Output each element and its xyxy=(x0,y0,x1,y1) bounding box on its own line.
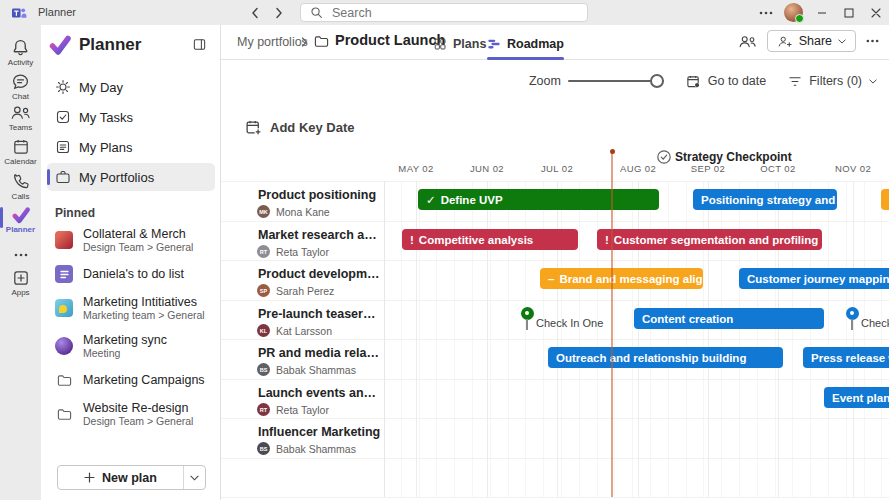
task-bar[interactable]: Event planning xyxy=(824,387,889,408)
tab-plans-label: Plans xyxy=(453,37,486,51)
initiative-icon xyxy=(55,299,73,317)
task-row-info[interactable]: Launch events and activationsRTReta Tayl… xyxy=(221,379,384,418)
pinned-plan-subtitle: Design Team > General xyxy=(83,415,193,427)
rail-item-label: Calendar xyxy=(0,157,41,166)
task-bar[interactable] xyxy=(881,189,889,210)
sidebar-item-label: My Day xyxy=(79,80,123,95)
milestone-label: Check In xyxy=(861,317,889,329)
pinned-section-header: Pinned xyxy=(55,206,95,220)
task-bar[interactable]: –Brand and messaging alignment xyxy=(540,268,703,289)
more-options-icon[interactable] xyxy=(866,39,879,43)
task-bar[interactable]: Press release writing xyxy=(803,347,889,368)
bar-label: Event planning xyxy=(832,392,889,404)
new-plan-dropdown[interactable] xyxy=(183,466,205,489)
task-row-info[interactable]: Pre-launch teasers and cam...KLKat Larss… xyxy=(221,300,384,339)
pinned-plan-text: Marketing Campaigns xyxy=(83,373,205,387)
task-title: PR and media relations xyxy=(258,346,382,360)
rail-item-chat[interactable]: Chat xyxy=(0,72,41,101)
task-row-info[interactable]: Product positioningMKMona Kane xyxy=(221,181,384,220)
check-circle-icon xyxy=(656,149,672,165)
task-bar[interactable]: ✓Define UVP xyxy=(418,189,659,210)
rail-item-label: Planner xyxy=(0,225,41,234)
pinned-plan-item[interactable]: Marketing Campaigns xyxy=(47,365,217,395)
bar-label: Positioning strategy and mess... xyxy=(701,194,837,206)
pinned-plan-item[interactable]: Marketing IntitiativesMarketing team > G… xyxy=(47,289,217,327)
search-field[interactable] xyxy=(330,5,578,21)
settings-more-icon[interactable] xyxy=(752,0,779,25)
avatar: BS xyxy=(257,363,270,376)
task-row-info[interactable]: Market research and analysisRTReta Taylo… xyxy=(221,221,384,260)
task-row-info[interactable]: Influencer MarketingBSBabak Shammas xyxy=(221,418,384,457)
bar-label: Customer segmentation and profiling xyxy=(614,234,818,246)
task-bar[interactable]: !Competitive analysis xyxy=(402,229,578,250)
share-label: Share xyxy=(799,34,832,48)
zoom-slider[interactable] xyxy=(568,74,664,88)
go-to-date-button[interactable]: Go to date xyxy=(686,74,766,89)
pinned-plan-title: Website Re-design xyxy=(83,401,193,415)
teams-logo-icon xyxy=(11,5,27,21)
tab-plans[interactable]: Plans xyxy=(433,31,486,57)
task-bar[interactable]: !Customer segmentation and profiling xyxy=(597,229,822,250)
task-bar[interactable]: Positioning strategy and mess... xyxy=(693,189,837,210)
tab-roadmap-label: Roadmap xyxy=(507,37,564,51)
task-owner-name: Babak Shammas xyxy=(276,443,356,455)
filters-button[interactable]: Filters (0) xyxy=(788,74,877,88)
task-owner-name: Kat Larsson xyxy=(276,325,332,337)
tasklist-divider xyxy=(384,181,385,497)
pinned-plan-item[interactable]: Website Re-designDesign Team > General xyxy=(47,395,217,433)
calendar-add-icon xyxy=(245,119,262,136)
pinned-plan-item[interactable]: Daniela's to do list xyxy=(47,259,217,289)
task-row-info[interactable]: Product development collabSPSarah Perez xyxy=(221,260,384,299)
rail-item-planner[interactable]: Planner xyxy=(0,205,41,234)
members-icon[interactable] xyxy=(738,34,757,49)
minimize-icon[interactable] xyxy=(808,0,835,25)
collapse-pane-icon[interactable] xyxy=(192,37,207,52)
rail-item-apps[interactable]: Apps xyxy=(0,268,41,297)
task-bar[interactable]: Outreach and relationship building xyxy=(548,347,783,368)
forward-arrow-icon[interactable] xyxy=(270,5,288,21)
sidebar-item-my-portfolios[interactable]: My Portfolios xyxy=(47,163,215,191)
bar-label: Customer journey mapping xyxy=(747,273,889,285)
task-bar[interactable]: Customer journey mapping xyxy=(739,268,889,289)
task-bar[interactable]: Content creation xyxy=(634,308,824,329)
task-row-info[interactable]: PR and media relationsBSBabak Shammas xyxy=(221,339,384,378)
sidebar-item-my-plans[interactable]: My Plans xyxy=(47,133,215,161)
timeline-header: MAY 02JUN 02JUL 02AUG 02SEP 02OCT 02NOV … xyxy=(221,163,889,177)
rail-item-calls[interactable]: Calls xyxy=(0,172,41,201)
new-plan-label: New plan xyxy=(102,471,157,485)
share-button[interactable]: Share xyxy=(767,30,856,52)
new-plan-button[interactable]: New plan xyxy=(57,465,206,490)
task-owner-name: Reta Taylor xyxy=(276,404,329,416)
avatar: KL xyxy=(257,324,270,337)
rail-item-calendar[interactable]: Calendar xyxy=(0,137,41,166)
pinned-plan-title: Daniela's to do list xyxy=(83,267,184,281)
chevron-right-icon xyxy=(301,37,308,47)
tab-roadmap[interactable]: Roadmap xyxy=(487,31,564,57)
pinned-plan-title: Marketing Intitiatives xyxy=(83,295,205,309)
pinned-plan-item[interactable]: Marketing syncMeeting xyxy=(47,327,217,365)
add-key-date-label: Add Key Date xyxy=(270,120,355,135)
search-input[interactable] xyxy=(300,3,588,22)
dots-icon xyxy=(0,245,41,264)
rail-item-activity[interactable]: Activity xyxy=(0,38,41,67)
milestone-pin-icon xyxy=(521,307,534,320)
milestone-stem xyxy=(851,319,853,330)
app-rail: ActivityChatTeamsCalendarCallsPlannerApp… xyxy=(0,25,41,500)
bar-label: Brand and messaging alignment xyxy=(559,273,703,285)
user-avatar[interactable] xyxy=(784,3,803,22)
breadcrumb[interactable]: My portfolios xyxy=(237,35,308,49)
task-title: Launch events and activations xyxy=(258,386,382,400)
back-arrow-icon[interactable] xyxy=(246,5,264,21)
maximize-icon[interactable] xyxy=(835,0,862,25)
pinned-plan-item[interactable]: Collateral & MerchDesign Team > General xyxy=(47,221,217,259)
rail-item-more[interactable] xyxy=(0,245,41,265)
rail-item-teams[interactable]: Teams xyxy=(0,103,41,132)
sidebar-item-my-tasks[interactable]: My Tasks xyxy=(47,103,215,131)
zoom-slider-thumb[interactable] xyxy=(650,74,664,88)
task-owner: BSBabak Shammas xyxy=(257,442,356,455)
tasks-icon xyxy=(55,109,71,125)
sidebar-item-my-day[interactable]: My Day xyxy=(47,73,215,101)
add-key-date-button[interactable]: Add Key Date xyxy=(245,119,355,136)
close-icon[interactable] xyxy=(862,0,889,25)
search-icon xyxy=(310,6,323,19)
